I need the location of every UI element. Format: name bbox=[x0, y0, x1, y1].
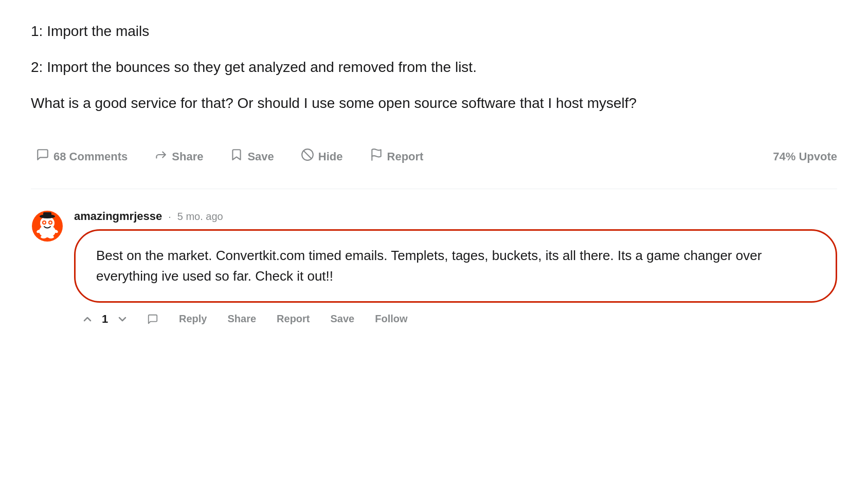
hide-label: Hide bbox=[318, 150, 343, 163]
comment-report-button[interactable]: Report bbox=[273, 311, 314, 327]
follow-label: Follow bbox=[375, 313, 407, 325]
hide-icon bbox=[301, 148, 314, 165]
svg-point-15 bbox=[48, 235, 54, 238]
upvote-button[interactable] bbox=[79, 311, 96, 327]
report-button[interactable]: Report bbox=[365, 145, 429, 168]
svg-point-10 bbox=[43, 222, 45, 224]
report-label: Report bbox=[387, 150, 424, 163]
save-button[interactable]: Save bbox=[225, 145, 279, 168]
svg-rect-7 bbox=[43, 212, 51, 217]
comment-text: Best on the market. Convertkit.com timed… bbox=[96, 248, 762, 284]
comment-save-button[interactable]: Save bbox=[327, 311, 359, 327]
comment-icon bbox=[36, 148, 49, 165]
reply-button[interactable]: Reply bbox=[175, 311, 211, 327]
share-icon bbox=[154, 148, 168, 165]
comment-content: amazingmrjesse · 5 mo. ago Best on the m… bbox=[74, 210, 837, 327]
post-line-3: What is a good service for that? Or shou… bbox=[31, 93, 837, 114]
post-body: 1: Import the mails 2: Import the bounce… bbox=[31, 21, 837, 114]
vote-count: 1 bbox=[100, 312, 110, 326]
save-label: Save bbox=[247, 150, 274, 163]
avatar bbox=[31, 210, 64, 243]
post-actions: 68 Comments Share Save Hide bbox=[31, 135, 837, 189]
save-icon bbox=[230, 148, 243, 165]
comment-section: amazingmrjesse · 5 mo. ago Best on the m… bbox=[31, 210, 837, 327]
svg-line-1 bbox=[303, 151, 311, 158]
comment-meta: amazingmrjesse · 5 mo. ago bbox=[74, 210, 837, 223]
comment-save-label: Save bbox=[331, 313, 355, 325]
separator: · bbox=[168, 211, 171, 223]
comment-actions: 1 Reply Share bbox=[74, 311, 837, 327]
follow-button[interactable]: Follow bbox=[371, 311, 411, 327]
share-label: Share bbox=[172, 150, 203, 163]
post-line-1: 1: Import the mails bbox=[31, 21, 837, 42]
comment-time: 5 mo. ago bbox=[177, 211, 223, 223]
upvote-stat: 74% Upvote bbox=[773, 150, 837, 163]
comments-button[interactable]: 68 Comments bbox=[31, 145, 133, 168]
reply-label: Reply bbox=[179, 313, 207, 325]
downvote-button[interactable] bbox=[114, 311, 131, 327]
comment-icon-button[interactable] bbox=[143, 311, 162, 327]
comment-share-label: Share bbox=[227, 313, 256, 325]
comment-text-box: Best on the market. Convertkit.com timed… bbox=[74, 229, 837, 303]
svg-point-11 bbox=[49, 222, 51, 224]
post-line-2: 2: Import the bounces so they get analyz… bbox=[31, 57, 837, 78]
comment-report-label: Report bbox=[277, 313, 310, 325]
svg-point-14 bbox=[41, 235, 47, 238]
hide-button[interactable]: Hide bbox=[296, 145, 348, 168]
comment-share-button[interactable]: Share bbox=[223, 311, 260, 327]
comment-author[interactable]: amazingmrjesse bbox=[74, 210, 162, 223]
share-button[interactable]: Share bbox=[149, 145, 208, 168]
comment: amazingmrjesse · 5 mo. ago Best on the m… bbox=[31, 210, 837, 327]
comments-label: 68 Comments bbox=[53, 150, 128, 163]
report-icon bbox=[370, 148, 383, 165]
vote-section: 1 bbox=[79, 311, 131, 327]
